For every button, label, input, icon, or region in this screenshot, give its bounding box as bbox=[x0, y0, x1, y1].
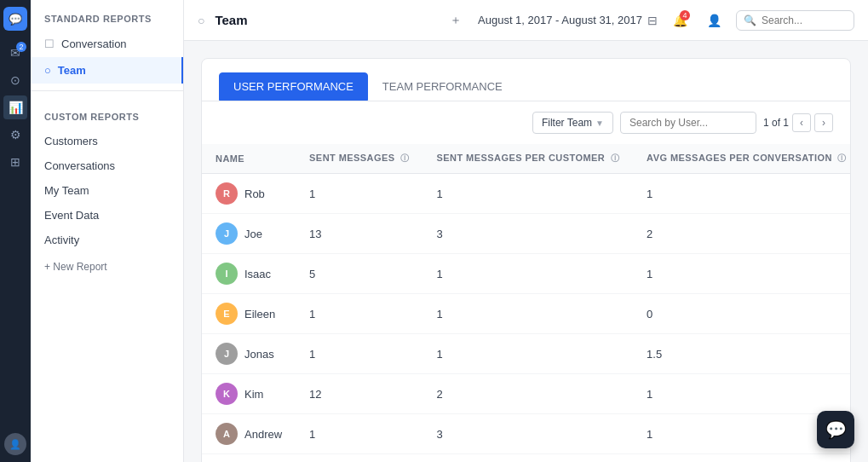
cell-per-customer: 1 bbox=[423, 254, 634, 294]
chevron-down-icon: ▼ bbox=[595, 118, 604, 128]
chat-widget[interactable]: 💬 bbox=[817, 411, 854, 448]
cell-sent: 12 bbox=[296, 374, 423, 414]
tab-user-performance[interactable]: USER PERFORMANCE bbox=[219, 72, 368, 101]
circle-icon: ○ bbox=[44, 64, 51, 77]
sidebar-item-team-label: Team bbox=[58, 64, 86, 77]
performance-table: NAME SENT MESSAGES ⓘ SENT MESSAGES PER C… bbox=[202, 144, 850, 462]
integrations-icon-btn[interactable]: ⊞ bbox=[3, 150, 27, 174]
sidebar-item-event-data[interactable]: Event Data bbox=[31, 203, 183, 228]
table-row: K Kim 12 2 1 2.3 hrs 9.2 mins bbox=[202, 374, 850, 414]
cell-name: J Jonas bbox=[202, 334, 296, 374]
cell-name: K Kim bbox=[202, 374, 296, 414]
user-avatar: A bbox=[216, 423, 238, 445]
report-card: USER PERFORMANCE TEAM PERFORMANCE Filter… bbox=[201, 58, 851, 462]
chat-widget-icon: 💬 bbox=[825, 419, 847, 440]
cell-sent: 20 bbox=[296, 454, 423, 463]
filter-label: Filter Team bbox=[542, 117, 592, 129]
cell-sent: 13 bbox=[296, 214, 423, 254]
table-row: J Jonas 1 1 1.5 43 mins 6.5 mins bbox=[202, 334, 850, 374]
search-icon: 🔍 bbox=[744, 14, 756, 26]
user-avatar: E bbox=[216, 303, 238, 325]
user-menu-button[interactable]: 👤 bbox=[702, 9, 726, 32]
page-title: Team bbox=[215, 13, 434, 27]
cell-name: A Andrew bbox=[202, 414, 296, 454]
user-avatar[interactable]: 👤 bbox=[4, 433, 26, 455]
user-avatar: I bbox=[216, 263, 238, 285]
cell-name: I Isaac bbox=[202, 254, 296, 294]
table-row: R Rob 1 1 1 4 hrs 4 mins bbox=[202, 174, 850, 214]
notification-badge: 4 bbox=[680, 10, 690, 20]
table-row: E Eric 20 4 1 10 hrs 14.5 mins bbox=[202, 454, 850, 463]
sidebar-item-conversation[interactable]: ☐ Conversation bbox=[31, 31, 183, 57]
cell-name: E Eileen bbox=[202, 294, 296, 334]
user-name: Eileen bbox=[244, 308, 275, 321]
date-filter-button[interactable]: ⊟ bbox=[647, 14, 658, 27]
avatar-icon: 👤 bbox=[9, 439, 21, 450]
cell-avg-conv: 1 bbox=[633, 174, 850, 214]
sidebar-item-activity[interactable]: Activity bbox=[31, 228, 183, 252]
cell-sent: 1 bbox=[296, 414, 423, 454]
user-avatar: R bbox=[216, 182, 238, 205]
pagination: 1 of 1 ‹ › bbox=[763, 113, 833, 132]
next-page-button[interactable]: › bbox=[814, 113, 833, 132]
reports-icon-btn[interactable]: 📊 bbox=[3, 95, 27, 119]
tab-team-performance[interactable]: TEAM PERFORMANCE bbox=[368, 72, 517, 101]
date-range: August 1, 2017 - August 31, 2017 ⊟ bbox=[478, 14, 658, 27]
inbox-icon-btn[interactable]: ✉ 2 bbox=[3, 41, 27, 65]
user-name: Andrew bbox=[244, 428, 282, 441]
notifications-button[interactable]: 🔔 4 bbox=[668, 9, 692, 32]
sidebar: STANDARD REPORTS ☐ Conversation ○ Team C… bbox=[31, 0, 184, 462]
user-name: Rob bbox=[244, 188, 265, 200]
col-sent-per-customer: SENT MESSAGES PER CUSTOMER ⓘ bbox=[423, 144, 634, 174]
search-icon-btn[interactable]: ⊙ bbox=[3, 68, 27, 92]
settings-icon-btn[interactable]: ⚙ bbox=[3, 123, 27, 147]
new-report-button[interactable]: + New Report bbox=[31, 252, 183, 281]
integrations-icon: ⊞ bbox=[10, 155, 20, 169]
search-input[interactable] bbox=[762, 14, 847, 26]
sidebar-item-conversations[interactable]: Conversations bbox=[31, 153, 183, 178]
info-icon: ⓘ bbox=[837, 153, 846, 163]
user-name: Isaac bbox=[244, 268, 271, 280]
app-logo[interactable]: 💬 bbox=[3, 7, 27, 31]
pagination-text: 1 of 1 bbox=[763, 117, 789, 129]
user-icon: 👤 bbox=[707, 14, 721, 27]
search-box: 🔍 bbox=[736, 10, 854, 31]
table-row: J Joe 13 3 2 3.5 hrs 15 mins bbox=[202, 214, 850, 254]
search-user-input[interactable] bbox=[629, 117, 747, 129]
cell-avg-conv: 1 bbox=[633, 254, 850, 294]
sidebar-item-team[interactable]: ○ Team bbox=[31, 57, 183, 84]
search-icon: ⊙ bbox=[10, 73, 20, 87]
standard-reports-label: STANDARD REPORTS bbox=[31, 0, 183, 31]
col-avg-per-conversation: AVG MESSAGES PER CONVERSATION ⓘ bbox=[633, 144, 850, 174]
cell-per-customer: 1 bbox=[423, 174, 634, 214]
table-row: A Andrew 1 3 1 2 days 6 mins bbox=[202, 414, 850, 454]
cell-sent: 5 bbox=[296, 254, 423, 294]
cell-avg-conv: 1 bbox=[633, 454, 850, 463]
content-area: USER PERFORMANCE TEAM PERFORMANCE Filter… bbox=[184, 41, 868, 462]
cell-avg-conv: 1.5 bbox=[633, 334, 850, 374]
tabs-bar: USER PERFORMANCE TEAM PERFORMANCE bbox=[202, 59, 850, 101]
prev-page-button[interactable]: ‹ bbox=[792, 113, 811, 132]
cell-sent: 1 bbox=[296, 334, 423, 374]
team-filter-dropdown[interactable]: Filter Team ▼ bbox=[532, 112, 613, 134]
custom-reports-label: CUSTOM REPORTS bbox=[31, 98, 183, 129]
cell-name: J Joe bbox=[202, 214, 296, 254]
table-header-row: NAME SENT MESSAGES ⓘ SENT MESSAGES PER C… bbox=[202, 144, 850, 174]
user-avatar: J bbox=[216, 222, 238, 245]
page-icon: ○ bbox=[198, 14, 204, 27]
sidebar-item-customers[interactable]: Customers bbox=[31, 129, 183, 153]
add-report-button[interactable]: ＋ bbox=[444, 9, 468, 32]
cell-per-customer: 1 bbox=[423, 294, 634, 334]
cell-per-customer: 3 bbox=[423, 414, 634, 454]
cell-sent: 1 bbox=[296, 174, 423, 214]
cell-per-customer: 3 bbox=[423, 214, 634, 254]
date-range-text: August 1, 2017 - August 31, 2017 bbox=[478, 14, 642, 26]
cell-sent: 1 bbox=[296, 294, 423, 334]
sidebar-item-my-team[interactable]: My Team bbox=[31, 178, 183, 203]
cell-per-customer: 4 bbox=[423, 454, 634, 463]
user-name: Jonas bbox=[244, 348, 274, 361]
user-name: Joe bbox=[244, 228, 262, 240]
sidebar-item-conversation-label: Conversation bbox=[61, 38, 127, 50]
filters-row: Filter Team ▼ 1 of 1 ‹ › bbox=[202, 101, 850, 144]
cell-avg-conv: 0 bbox=[633, 294, 850, 334]
